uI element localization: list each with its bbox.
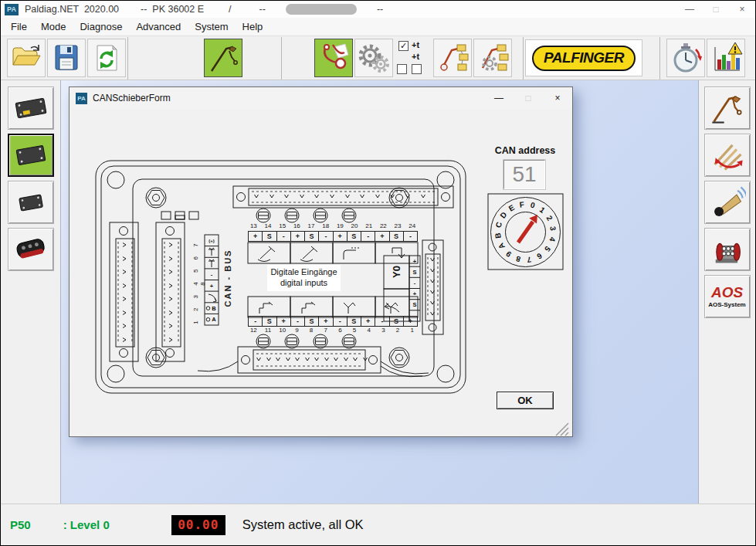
dialog-close-button[interactable]: ×	[543, 87, 572, 109]
option-checkbox[interactable]	[412, 64, 422, 74]
terminal-cell: -	[277, 231, 291, 242]
terminal-cell: S	[390, 231, 404, 242]
crane-data-read-button[interactable]	[433, 39, 472, 77]
save-button[interactable]	[47, 39, 86, 77]
maximize-button[interactable]: □	[703, 4, 729, 15]
terminal-cell: +	[319, 316, 333, 327]
minimize-button[interactable]: —	[676, 4, 703, 15]
can-bus-label: CAN - BUS	[223, 247, 232, 309]
menu-item[interactable]: System	[188, 19, 235, 35]
terminal-cell: -	[404, 231, 418, 242]
crane-icon	[206, 41, 240, 75]
terminal-number: 1	[405, 327, 419, 334]
terminal-number: 17	[304, 222, 319, 230]
bottom-terminal-cells: -S+-S+-S+-S+	[248, 316, 418, 327]
digital-inputs-label-en: digital inputs	[267, 278, 341, 289]
settings-button[interactable]	[354, 39, 393, 77]
sidebar-item-small-module[interactable]	[8, 181, 54, 224]
timer-button[interactable]	[666, 39, 705, 77]
sidebar-item-control-levers[interactable]	[704, 134, 751, 177]
crane-diagnose-button[interactable]	[204, 39, 242, 77]
menu-item[interactable]: Advanced	[129, 19, 188, 35]
menubar: FileModeDiagnoseAdvancedSystemHelp	[1, 18, 755, 36]
rotary-arrow	[518, 215, 537, 242]
statistics-button[interactable]	[707, 39, 745, 77]
stethoscope-icon	[317, 41, 351, 75]
left-cell-label: (+)	[208, 239, 215, 243]
status-level: : Level 0	[63, 518, 110, 531]
menu-item[interactable]: File	[4, 19, 34, 35]
canschieber-dialog: PA CANSchieberForm — □ ×	[69, 86, 573, 437]
open-folder-icon	[9, 41, 43, 75]
aos-logo: AOS	[708, 285, 745, 300]
mdi-client-area: PA CANSchieberForm — □ ×	[61, 80, 698, 504]
refresh-icon	[90, 41, 124, 75]
rotary-char: A	[497, 242, 507, 251]
horn-icon	[709, 184, 746, 221]
top-terminal-numbers: 131415161718192021222324	[246, 222, 419, 230]
palfinger-button[interactable]: PALFINGER	[525, 39, 642, 76]
palfinger-logo: PALFINGER	[532, 46, 636, 71]
redacted-text	[286, 4, 357, 15]
sidebar-item-cable-reel[interactable]	[704, 228, 751, 271]
status-program: P50	[10, 518, 31, 531]
rotary-char: 0	[530, 201, 537, 210]
terminal-number: 4	[361, 327, 376, 334]
terminal-number: 21	[361, 222, 376, 230]
resize-grip[interactable]	[556, 423, 568, 436]
sidebar-item-radio-remote[interactable]	[8, 228, 54, 271]
terminal-cell: +	[404, 316, 418, 327]
terminal-cell: -	[375, 316, 389, 327]
terminal-cell: S	[263, 231, 276, 242]
sidebar-item-horn[interactable]	[704, 181, 751, 224]
refresh-button[interactable]	[87, 39, 126, 77]
menu-item[interactable]: Mode	[34, 19, 73, 35]
crane-data-write-button[interactable]	[473, 39, 512, 77]
plus-t-checkbox-checked[interactable]: ✓	[398, 41, 409, 51]
open-file-button[interactable]	[7, 39, 46, 77]
close-button[interactable]: ×	[729, 4, 755, 15]
terminal-number: 23	[391, 222, 405, 230]
control-module-icon	[12, 90, 49, 127]
y0-cell: -	[414, 280, 416, 287]
terminal-cell: +	[334, 231, 347, 242]
diagnose-button[interactable]	[314, 39, 353, 77]
dialog-minimize-button[interactable]: —	[484, 87, 514, 109]
floppy-disk-icon	[49, 41, 83, 75]
toolbar: ✓ +t +t	[1, 36, 755, 80]
toolbar-separator	[659, 37, 660, 80]
y0-cell: S	[412, 301, 416, 308]
sidebar-item-crane[interactable]	[704, 86, 751, 130]
option-checkbox[interactable]	[397, 64, 407, 74]
sidebar-item-can-module-selected[interactable]	[8, 134, 54, 177]
plus-t-label: +t	[412, 40, 419, 49]
device-sidebar	[1, 80, 61, 504]
terminal-cell: S	[390, 316, 404, 327]
terminal-cell: -	[334, 316, 347, 327]
sidebar-item-control-module-labeled[interactable]	[8, 86, 54, 130]
terminal-number: 18	[318, 222, 333, 230]
rotary-char: B	[493, 232, 503, 239]
terminal-cell: -	[291, 316, 305, 327]
levers-arrows-icon	[709, 137, 746, 174]
terminal-cell: +	[361, 316, 375, 327]
app-title: Paldiag.NET 2020.00	[25, 4, 119, 15]
terminal-number: 20	[347, 222, 362, 230]
menu-item[interactable]: Help	[236, 19, 270, 35]
ok-button[interactable]: OK	[497, 392, 554, 409]
radio-remote-icon	[12, 231, 49, 268]
stopwatch-icon	[669, 41, 703, 75]
sidebar-item-aos-system[interactable]: AOS AOS-System	[704, 275, 751, 318]
terminal-cell: -	[248, 316, 263, 327]
can-module-icon	[12, 137, 49, 174]
rotary-char: 7	[526, 255, 531, 264]
dialog-window-controls: — □ ×	[484, 87, 572, 109]
toolbar-separator	[281, 37, 282, 80]
menu-item[interactable]: Diagnose	[73, 19, 129, 35]
paldiag-window: PA Paldiag.NET 2020.00 -- PK 36002 E / -…	[0, 0, 756, 546]
crane-icon	[709, 90, 746, 127]
toolbar-separator	[127, 37, 128, 80]
dialog-titlebar[interactable]: PA CANSchieberForm — □ ×	[69, 87, 572, 109]
title-dash: --	[377, 4, 383, 15]
can-address-label: CAN address	[486, 145, 564, 156]
